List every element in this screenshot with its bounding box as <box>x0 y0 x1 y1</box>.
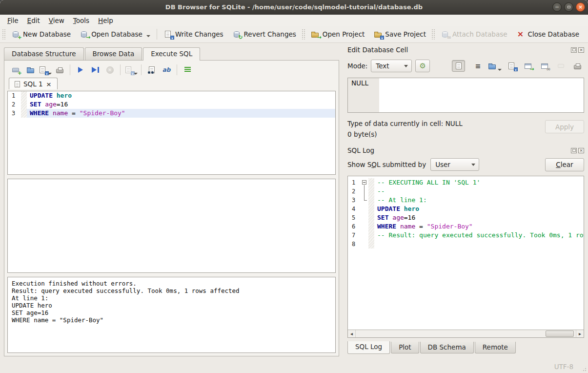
toolbar-label: Write Changes <box>175 30 223 38</box>
copy-link-button[interactable]: ∞ <box>538 60 551 72</box>
tab-browse-data[interactable]: Browse Data <box>85 47 142 60</box>
mode-label: Mode: <box>347 62 367 70</box>
minimize-button[interactable]: − <box>552 2 562 12</box>
replace-icon: ab <box>162 66 171 74</box>
new-database-icon: + <box>11 30 20 38</box>
menu-edit[interactable]: Edit <box>23 16 44 25</box>
splitter-handle[interactable] <box>347 140 584 145</box>
resize-grip[interactable] <box>581 366 587 372</box>
new-sql-tab-button[interactable]: + <box>9 64 22 76</box>
fold-toggle-icon[interactable] <box>362 180 366 185</box>
menu-help[interactable]: Help <box>94 16 118 25</box>
app-window: DB Browser for SQLite - /home/user/code/… <box>0 0 588 373</box>
toolbar-grip[interactable] <box>431 29 435 40</box>
find-button[interactable] <box>145 64 158 76</box>
dropdown-arrow-icon[interactable] <box>146 35 150 37</box>
execution-log: Execution finished without errors. Resul… <box>7 277 336 353</box>
open-project-button[interactable]: → Open Project <box>306 28 369 40</box>
float-dock-icon[interactable] <box>571 47 577 53</box>
log-filter-select[interactable]: User <box>430 158 479 171</box>
editor-margin <box>368 240 374 249</box>
replace-button[interactable]: ab <box>160 64 173 76</box>
scroll-right-icon[interactable]: ▸ <box>576 330 584 337</box>
editor-margin <box>368 178 374 187</box>
cell-editor-body[interactable] <box>379 78 584 112</box>
open-sql-file-button[interactable] <box>24 64 37 76</box>
sql-log-code[interactable]: 1-- EXECUTING ALL IN 'SQL 1'2--3-- At li… <box>348 176 584 330</box>
code-line: 3-- At line 1: <box>348 196 584 205</box>
editor-margin <box>368 213 374 222</box>
new-database-button[interactable]: + New Database <box>7 28 75 40</box>
code-line: 1-- EXECUTING ALL IN 'SQL 1' <box>348 178 584 187</box>
left-panel: Database Structure Browse Data Execute S… <box>4 47 339 356</box>
maximize-button[interactable] <box>564 2 573 12</box>
menu-tools[interactable]: Tools <box>69 16 94 25</box>
execute-line-button[interactable] <box>89 64 101 76</box>
log-filter-label: Show SQL submitted by <box>347 161 426 168</box>
line-number: 3 <box>8 109 21 118</box>
splitter-handle[interactable] <box>7 273 336 277</box>
print-sql-button[interactable] <box>53 64 66 76</box>
toolbar-label: Open Project <box>323 30 365 38</box>
format-sql-button[interactable] <box>181 64 194 76</box>
toolbar-separator <box>157 29 157 40</box>
close-tab-icon[interactable]: × <box>46 81 52 87</box>
code-text: -- EXECUTING ALL IN 'SQL 1' <box>374 178 584 187</box>
save-project-button[interactable]: Save Project <box>369 28 430 40</box>
edit-cell-dock-title: Edit Database Cell × <box>347 45 584 55</box>
code-line: 6WHERE name = "Spider-Boy" <box>348 222 584 231</box>
tab-plot[interactable]: Plot <box>391 342 419 353</box>
line-number: 4 <box>348 205 361 213</box>
main-toolbar: + New Database → Open Database Write Cha… <box>0 26 588 43</box>
tab-execute-sql[interactable]: Execute SQL <box>143 47 200 61</box>
cell-editor-area[interactable]: NULL <box>347 78 584 113</box>
word-wrap-button[interactable]: ≡ <box>471 60 485 72</box>
clear-button[interactable]: Clear <box>545 158 584 171</box>
cell-type-info: Type of data currently in cell: NULL <box>347 118 545 129</box>
editor-margin <box>368 222 374 231</box>
apply-button: Apply <box>545 120 584 133</box>
editor-margin <box>368 196 374 205</box>
open-database-button[interactable]: → Open Database <box>75 28 155 40</box>
open-external-icon: → <box>524 62 532 70</box>
scrollbar-thumb[interactable] <box>546 331 574 337</box>
fold-margin <box>361 231 368 240</box>
write-changes-button[interactable]: Write Changes <box>159 28 228 40</box>
scroll-left-icon[interactable]: ◂ <box>348 330 356 337</box>
tab-db-schema[interactable]: DB Schema <box>420 342 474 353</box>
title-bar[interactable]: DB Browser for SQLite - /home/user/code/… <box>0 0 588 15</box>
sql-tab-1[interactable]: SQL 1 × <box>9 78 58 89</box>
close-window-button[interactable]: × <box>576 2 585 12</box>
export-data-button[interactable] <box>505 60 518 72</box>
open-external-button[interactable]: → <box>521 60 534 72</box>
open-project-icon: → <box>311 30 320 38</box>
horizontal-scrollbar[interactable]: ◂ ▸ <box>348 330 584 337</box>
auto-mode-button[interactable]: ⚙ <box>415 60 430 72</box>
menu-file[interactable]: File <box>3 16 23 25</box>
revert-changes-button[interactable]: ↻ Revert Changes <box>228 28 301 40</box>
tab-database-structure[interactable]: Database Structure <box>4 47 84 60</box>
dropdown-arrow-icon[interactable] <box>498 69 502 71</box>
import-data-button[interactable] <box>488 60 501 72</box>
splitter-handle[interactable] <box>7 175 336 179</box>
float-dock-icon[interactable] <box>571 148 577 153</box>
toolbar-grip[interactable] <box>2 29 6 40</box>
toolbar-grip[interactable] <box>302 29 305 40</box>
mode-select[interactable]: Text <box>371 60 412 72</box>
code-line: 1UPDATE hero <box>8 91 335 100</box>
close-dock-icon[interactable]: × <box>578 47 584 53</box>
menu-view[interactable]: View <box>44 16 69 25</box>
save-sql-file-button[interactable] <box>39 64 51 76</box>
mode-value: Text <box>376 62 389 70</box>
print-cell-button[interactable] <box>571 60 584 72</box>
sql-editor[interactable]: 1UPDATE hero2SET age=163WHERE name = "Sp… <box>7 91 336 175</box>
mode-text-button[interactable] <box>452 60 465 72</box>
code-line: 4UPDATE hero <box>348 205 584 213</box>
tab-remote[interactable]: Remote <box>475 342 516 353</box>
close-dock-icon[interactable]: × <box>578 148 584 153</box>
import-icon <box>488 62 497 70</box>
line-number: 6 <box>348 222 361 231</box>
close-database-button[interactable]: × Close Database <box>512 28 584 40</box>
tab-sql-log[interactable]: SQL Log <box>347 341 390 354</box>
execute-all-button[interactable] <box>74 64 87 76</box>
